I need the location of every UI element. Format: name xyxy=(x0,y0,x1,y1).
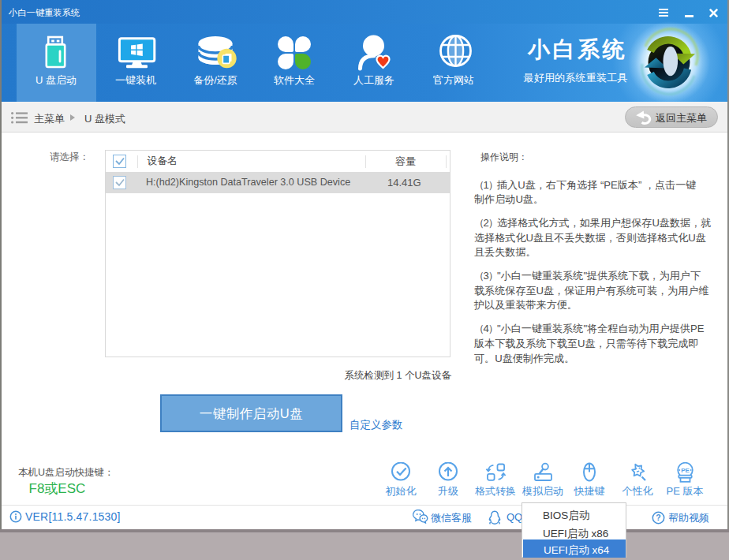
svg-text:PE: PE xyxy=(681,467,690,474)
svg-text:?: ? xyxy=(656,513,660,522)
